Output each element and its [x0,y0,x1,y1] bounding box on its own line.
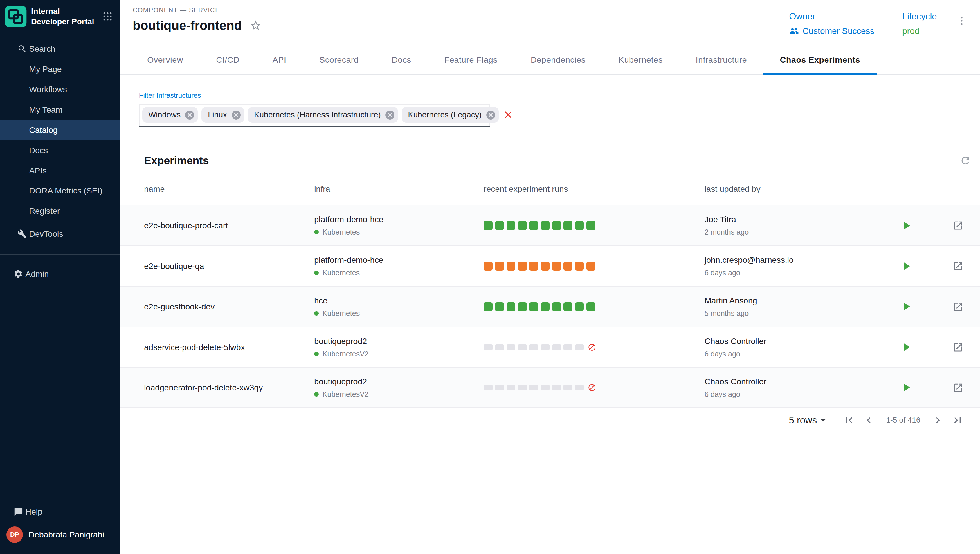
run-status-square[interactable] [495,262,504,271]
run-status-square[interactable] [495,221,504,230]
sidebar-item-my-page[interactable]: My Page [0,59,120,79]
sidebar-item-catalog[interactable]: Catalog [0,120,120,140]
apps-grid-icon[interactable] [102,11,113,22]
tab-api[interactable]: API [256,46,303,74]
run-status-square[interactable] [552,344,561,350]
run-status-square[interactable] [541,344,550,350]
run-experiment-button[interactable] [900,260,913,273]
run-status-square[interactable] [506,262,516,271]
tab-infrastructure[interactable]: Infrastructure [679,46,763,74]
run-status-square[interactable] [495,344,504,350]
previous-page-button[interactable] [863,414,875,427]
run-status-square[interactable] [529,262,538,271]
harness-logo-icon[interactable] [5,6,26,27]
infrastructure-filter-input[interactable]: WindowsLinuxKubernetes (Harness Infrastr… [139,104,490,127]
run-status-square[interactable] [552,262,561,271]
favorite-star-icon[interactable] [250,19,262,32]
run-status-square[interactable] [495,385,504,390]
open-experiment-icon[interactable] [953,301,964,312]
sidebar-item-admin[interactable]: Admin [0,264,120,284]
sidebar-item-register[interactable]: Register [0,201,120,221]
tab-kubernetes[interactable]: Kubernetes [602,46,679,74]
open-experiment-icon[interactable] [953,220,964,231]
chip-remove-icon[interactable] [184,110,195,120]
run-status-square[interactable] [575,302,584,311]
run-status-square[interactable] [495,302,504,311]
open-experiment-icon[interactable] [953,382,964,393]
run-status-square[interactable] [484,302,493,311]
run-status-square[interactable] [484,344,493,350]
run-status-square[interactable] [575,344,584,350]
run-status-square[interactable] [541,302,550,311]
next-page-button[interactable] [932,414,944,427]
run-status-square[interactable] [518,344,527,350]
sidebar-item-help[interactable]: Help [0,501,120,522]
tab-feature-flags[interactable]: Feature Flags [428,46,514,74]
run-experiment-button[interactable] [900,300,913,313]
run-status-square[interactable] [575,221,584,230]
nav-icon-slot [15,125,29,135]
run-experiment-button[interactable] [900,219,913,232]
run-status-square[interactable] [552,302,561,311]
run-status-square[interactable] [563,344,573,350]
run-status-square[interactable] [586,302,595,311]
more-options-icon[interactable] [956,15,967,26]
run-status-square[interactable] [529,385,538,390]
run-experiment-button[interactable] [900,341,913,353]
run-status-square[interactable] [484,385,493,390]
run-status-square[interactable] [552,221,561,230]
tab-docs[interactable]: Docs [375,46,428,74]
sidebar-item-dora-metrics-sei[interactable]: DORA Metrics (SEI) [0,181,120,201]
run-status-square[interactable] [575,385,584,390]
run-status-square[interactable] [563,262,573,271]
rows-per-page-select[interactable]: 5 rows [789,414,829,426]
open-experiment-icon[interactable] [953,342,964,353]
chip-remove-icon[interactable] [485,110,496,120]
run-status-square[interactable] [563,385,573,390]
run-status-square[interactable] [541,221,550,230]
first-page-button[interactable] [843,414,855,427]
refresh-icon[interactable] [960,155,971,166]
sidebar-item-my-team[interactable]: My Team [0,99,120,120]
clear-filters-icon[interactable] [503,109,514,120]
sidebar-item-docs[interactable]: Docs [0,140,120,161]
run-status-square[interactable] [506,385,516,390]
run-status-square[interactable] [563,221,573,230]
run-status-square[interactable] [506,302,516,311]
sidebar-item-search[interactable]: Search [0,38,120,59]
open-experiment-icon[interactable] [953,261,964,272]
run-status-square[interactable] [518,262,527,271]
run-status-square[interactable] [563,302,573,311]
run-status-square[interactable] [586,221,595,230]
tab-overview[interactable]: Overview [131,46,200,74]
tab-chaos-experiments[interactable]: Chaos Experiments [763,46,877,74]
sidebar-item-workflows[interactable]: Workflows [0,79,120,99]
run-status-square[interactable] [506,221,516,230]
user-profile[interactable]: DP Debabrata Panigrahi [0,523,120,549]
run-status-square[interactable] [541,385,550,390]
owner-link[interactable]: Customer Success [789,26,874,36]
sidebar-item-devtools[interactable]: DevTools [0,224,120,244]
run-status-square[interactable] [484,221,493,230]
run-status-square[interactable] [541,262,550,271]
run-status-square[interactable] [529,221,538,230]
run-status-square[interactable] [586,262,595,271]
run-status-square[interactable] [484,262,493,271]
experiment-infra: platform-demo-hceKubernetes [314,255,484,277]
chip-remove-icon[interactable] [385,110,395,120]
tab-dependencies[interactable]: Dependencies [514,46,602,74]
run-status-square[interactable] [518,302,527,311]
run-status-square[interactable] [518,221,527,230]
run-status-square[interactable] [506,344,516,350]
tab-ci-cd[interactable]: CI/CD [200,46,256,74]
run-status-square[interactable] [575,262,584,271]
chip-remove-icon[interactable] [231,110,241,120]
last-page-button[interactable] [951,414,964,427]
run-experiment-button[interactable] [900,381,913,394]
sidebar-item-apis[interactable]: APIs [0,161,120,181]
run-status-square[interactable] [552,385,561,390]
run-status-square[interactable] [529,344,538,350]
run-status-square[interactable] [518,385,527,390]
run-status-square[interactable] [529,302,538,311]
tab-scorecard[interactable]: Scorecard [303,46,375,74]
